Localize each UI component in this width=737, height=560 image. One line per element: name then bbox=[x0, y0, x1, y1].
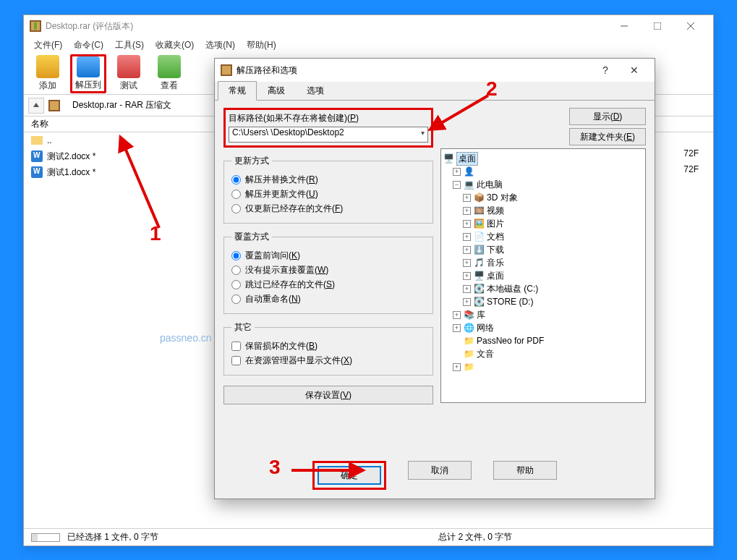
winrar-icon bbox=[30, 20, 41, 32]
desktop-icon: 🖥️ bbox=[473, 270, 485, 281]
new-folder-button[interactable]: 新建文件夹(E) bbox=[569, 128, 646, 145]
pc-icon: 💻 bbox=[463, 179, 474, 190]
add-icon bbox=[36, 55, 59, 78]
help-button[interactable]: 帮助 bbox=[493, 461, 557, 480]
dialog-footer: 确定 取消 帮助 bbox=[215, 461, 655, 490]
toolbar-extract-button[interactable]: 解压到 bbox=[70, 54, 106, 93]
overwrite-mode-group: 覆盖方式 覆盖前询问(K) 没有提示直接覆盖(W) 跳过已经存在的文件(S) 自… bbox=[223, 231, 433, 314]
check-keep-broken[interactable]: 保留损坏的文件(B) bbox=[231, 340, 425, 352]
network-icon: 🌐 bbox=[463, 322, 474, 334]
folder-tree[interactable]: 🖥️桌面 +👤 −💻此电脑 +📦3D 对象 +🎞️视频 +🖼️图片 +📄文档 +… bbox=[440, 148, 646, 403]
desktop-icon: 🖥️ bbox=[443, 153, 454, 164]
folder-icon: 📁 bbox=[463, 335, 474, 347]
radio-noprompt[interactable]: 没有提示直接覆盖(W) bbox=[231, 264, 425, 276]
dialog-title: 解压路径和选项 bbox=[237, 64, 591, 77]
video-icon: 🎞️ bbox=[473, 205, 485, 216]
close-button[interactable] bbox=[674, 15, 707, 37]
docx-icon bbox=[31, 150, 43, 162]
folder-icon: 📁 bbox=[463, 361, 474, 373]
ok-highlight: 确定 bbox=[312, 461, 386, 490]
folder-icon bbox=[31, 136, 43, 145]
test-icon bbox=[117, 55, 140, 78]
status-total: 总计 2 文件, 0 字节 bbox=[438, 531, 706, 543]
documents-icon: 📄 bbox=[473, 231, 485, 242]
disk-icon: 💽 bbox=[473, 296, 485, 307]
svg-rect-10 bbox=[222, 66, 231, 75]
extract-dialog: 解压路径和选项 ? ✕ 常规 高级 选项 目标路径(如果不存在将被创建)(P) … bbox=[214, 58, 655, 499]
music-icon: 🎵 bbox=[473, 257, 485, 268]
dialog-tabs: 常规 高级 选项 bbox=[215, 82, 655, 101]
menu-tools[interactable]: 工具(S) bbox=[109, 38, 150, 53]
check-show-explorer[interactable]: 在资源管理器中显示文件(X) bbox=[231, 355, 425, 367]
statusbar: 已经选择 1 文件, 0 字节 总计 2 文件, 0 字节 bbox=[24, 528, 713, 546]
radio-update[interactable]: 解压并更新文件(U) bbox=[231, 188, 425, 200]
svg-rect-2 bbox=[34, 22, 37, 30]
archive-icon bbox=[48, 100, 60, 111]
winrar-icon bbox=[221, 64, 232, 76]
user-icon: 👤 bbox=[463, 166, 474, 177]
svg-rect-4 bbox=[654, 22, 661, 30]
tab-general[interactable]: 常规 bbox=[218, 81, 257, 101]
destination-path-input[interactable]: C:\Users\ \Desktop\Desktop2 bbox=[229, 127, 428, 143]
pictures-icon: 🖼️ bbox=[473, 218, 485, 229]
main-titlebar[interactable]: Desktop.rar (评估版本) bbox=[24, 15, 713, 37]
menu-options[interactable]: 选项(N) bbox=[200, 38, 241, 53]
progress-icon bbox=[31, 533, 60, 542]
disk-icon: 💽 bbox=[473, 283, 485, 294]
menu-help[interactable]: 帮助(H) bbox=[241, 38, 282, 53]
radio-replace[interactable]: 解压并替换文件(R) bbox=[231, 174, 425, 186]
menu-command[interactable]: 命令(C) bbox=[68, 38, 109, 53]
toolbar-test-button[interactable]: 测试 bbox=[111, 54, 147, 93]
display-button[interactable]: 显示(D) bbox=[569, 108, 646, 125]
radio-skip[interactable]: 跳过已经存在的文件(S) bbox=[231, 279, 425, 291]
library-icon: 📚 bbox=[463, 309, 474, 321]
tab-options[interactable]: 选项 bbox=[296, 81, 335, 100]
misc-group: 其它 保留损坏的文件(B) 在资源管理器中显示文件(X) bbox=[223, 321, 433, 376]
window-title: Desktop.rar (评估版本) bbox=[46, 20, 608, 33]
destination-path-group: 目标路径(如果不存在将被创建)(P) C:\Users\ \Desktop\De… bbox=[223, 108, 433, 148]
minimize-button[interactable] bbox=[608, 15, 641, 37]
destination-path-label: 目标路径(如果不存在将被创建)(P) bbox=[229, 112, 428, 124]
folder-icon: 📦 bbox=[473, 192, 485, 203]
folder-icon: 📁 bbox=[463, 348, 474, 360]
help-button[interactable]: ? bbox=[591, 64, 620, 76]
menubar: 文件(F) 命令(C) 工具(S) 收藏夹(O) 选项(N) 帮助(H) bbox=[24, 37, 713, 53]
dialog-titlebar[interactable]: 解压路径和选项 ? ✕ bbox=[215, 59, 655, 82]
svg-rect-8 bbox=[50, 101, 59, 110]
maximize-button[interactable] bbox=[641, 15, 674, 37]
status-selected: 已经选择 1 文件, 0 字节 bbox=[67, 531, 438, 543]
toolbar-view-button[interactable]: 查看 bbox=[151, 54, 187, 93]
ok-button[interactable]: 确定 bbox=[318, 466, 381, 485]
menu-file[interactable]: 文件(F) bbox=[28, 38, 68, 53]
cancel-button[interactable]: 取消 bbox=[408, 461, 472, 480]
extract-icon bbox=[77, 56, 100, 77]
up-button[interactable] bbox=[28, 98, 44, 114]
toolbar-add-button[interactable]: 添加 bbox=[30, 54, 66, 93]
radio-ask[interactable]: 覆盖前询问(K) bbox=[231, 250, 425, 262]
downloads-icon: ⬇️ bbox=[473, 244, 485, 255]
radio-rename[interactable]: 自动重命名(N) bbox=[231, 293, 425, 305]
docx-icon bbox=[31, 166, 43, 178]
view-icon bbox=[158, 55, 181, 78]
radio-existing[interactable]: 仅更新已经存在的文件(F) bbox=[231, 203, 425, 215]
close-button[interactable]: ✕ bbox=[620, 64, 649, 76]
menu-fav[interactable]: 收藏夹(O) bbox=[150, 38, 200, 53]
save-settings-button[interactable]: 保存设置(V) bbox=[223, 386, 433, 404]
tab-advanced[interactable]: 高级 bbox=[257, 81, 296, 100]
update-mode-group: 更新方式 解压并替换文件(R) 解压并更新文件(U) 仅更新已经存在的文件(F) bbox=[223, 155, 433, 224]
